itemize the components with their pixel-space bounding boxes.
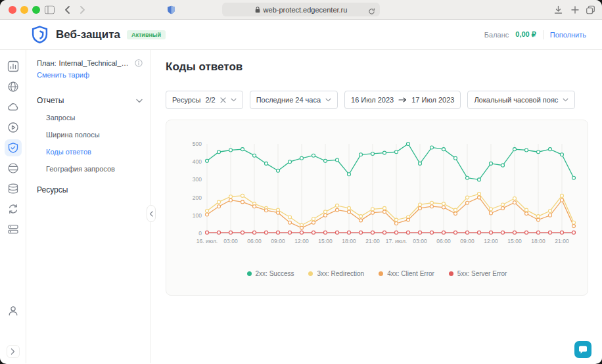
storage-icon[interactable]	[5, 180, 22, 197]
legend-dot-4xx	[379, 271, 383, 276]
sidebar-section-resources[interactable]: Ресурсы	[37, 185, 143, 194]
svg-text:500: 500	[193, 141, 202, 147]
legend-label-4xx: 4xx: Client Error	[387, 270, 434, 277]
info-icon[interactable]	[135, 59, 143, 67]
close-window-button[interactable]	[9, 6, 16, 14]
legend-label-3xx: 3xx: Redirection	[317, 270, 364, 277]
balance-value: 0,00 ₽	[515, 30, 536, 39]
profile-icon[interactable]	[5, 302, 22, 319]
forward-icon[interactable]	[80, 6, 85, 14]
browser-chrome: web-protect.edgecenter.ru	[0, 0, 602, 20]
minimize-window-button[interactable]	[20, 6, 28, 14]
svg-text:18:00: 18:00	[342, 238, 356, 244]
lock-icon	[255, 7, 260, 13]
downloads-icon[interactable]	[554, 5, 563, 14]
legend-item-3xx: 3xx: Redirection	[308, 270, 364, 277]
address-bar[interactable]: web-protect.edgecenter.ru	[222, 3, 380, 16]
svg-text:15:00: 15:00	[507, 238, 522, 244]
hosting-icon[interactable]	[5, 221, 22, 238]
svg-text:06:00: 06:00	[247, 238, 262, 244]
response-codes-chart-card: 16. июл.03:0006:0009:0012:0015:0018:0021…	[166, 120, 588, 296]
balance-label: Баланс	[484, 31, 509, 39]
svg-text:200: 200	[193, 194, 202, 201]
sidebar-item-bandwidth[interactable]: Ширина полосы	[37, 126, 143, 143]
app-logo	[32, 26, 48, 43]
date-to: 17 Июл 2023	[411, 96, 454, 104]
clear-icon[interactable]	[220, 97, 226, 103]
resources-filter[interactable]: Ресурсы 2/2	[166, 91, 243, 109]
chart-legend: 2xx: Success 3xx: Redirection 4xx: Clien…	[177, 270, 577, 277]
sidebar-section-reports[interactable]: Отчеты	[37, 96, 143, 105]
analytics-icon[interactable]	[5, 58, 22, 75]
sidebar-item-request-geography[interactable]: География запросов	[37, 160, 143, 177]
browser-window: web-protect.edgecenter.ru Веб-защита Акт…	[0, 0, 602, 364]
svg-text:100: 100	[193, 212, 202, 219]
period-filter[interactable]: Последние 24 часа	[250, 91, 338, 109]
status-badge: Активный	[127, 30, 166, 39]
svg-text:12:00: 12:00	[294, 238, 309, 244]
svg-text:03:00: 03:00	[413, 238, 427, 244]
extension-shield-icon[interactable]	[167, 5, 175, 14]
svg-text:0: 0	[198, 230, 202, 237]
expand-rail-chevron-icon[interactable]	[7, 345, 20, 358]
plan-row: План: Internal_Technical_Acco...	[37, 59, 143, 67]
app-header: Веб-защита Активный Баланс 0,00 ₽ Пополн…	[0, 20, 602, 50]
period-filter-value: Последние 24 часа	[256, 96, 321, 104]
chevron-down-icon	[563, 98, 568, 102]
timezone-filter[interactable]: Локальный часовой пояс	[467, 91, 575, 109]
rail-bottom	[5, 302, 22, 358]
page-title: Коды ответов	[166, 60, 589, 74]
streaming-icon[interactable]	[5, 119, 22, 136]
svg-text:12:00: 12:00	[484, 238, 498, 244]
sidebar: План: Internal_Technical_Acco... Сменить…	[26, 50, 151, 363]
timezone-filter-value: Локальный часовой пояс	[474, 96, 558, 104]
sidebar-item-response-codes[interactable]: Коды ответов	[37, 143, 143, 160]
sync-arrows-icon[interactable]	[5, 200, 22, 217]
chevron-down-icon	[136, 99, 143, 103]
svg-text:09:00: 09:00	[271, 238, 285, 244]
tab-overview-icon[interactable]	[586, 5, 595, 14]
topup-link[interactable]: Пополнить	[550, 31, 586, 39]
resources-filter-count: 2/2	[205, 96, 215, 104]
dns-icon[interactable]	[5, 160, 22, 177]
zoom-window-button[interactable]	[32, 6, 40, 14]
app-title: Веб-защита	[56, 28, 120, 41]
svg-text:06:00: 06:00	[436, 238, 451, 244]
new-tab-icon[interactable]	[571, 6, 579, 14]
header-right: Баланс 0,00 ₽ Пополнить	[484, 30, 586, 39]
cdn-globe-icon[interactable]	[5, 78, 22, 95]
svg-text:16. июл.: 16. июл.	[197, 238, 218, 244]
legend-label-2xx: 2xx: Success	[256, 270, 294, 277]
svg-text:21:00: 21:00	[555, 238, 569, 244]
chat-button[interactable]	[574, 341, 591, 358]
change-tariff-link[interactable]: Сменить тариф	[37, 71, 143, 79]
web-protection-shield-icon[interactable]	[5, 139, 22, 156]
filters-row: Ресурсы 2/2 Последние 24 часа	[166, 91, 589, 109]
svg-text:300: 300	[193, 176, 202, 183]
arrow-right-icon	[398, 97, 407, 102]
reports-items: Запросы Ширина полосы Коды ответов Геогр…	[37, 109, 143, 177]
svg-text:18:00: 18:00	[531, 238, 545, 244]
svg-text:09:00: 09:00	[460, 238, 475, 244]
date-from: 16 Июл 2023	[351, 96, 394, 104]
chevron-down-icon	[231, 98, 237, 102]
chevron-down-icon	[325, 98, 331, 102]
cloud-icon[interactable]	[5, 99, 22, 116]
legend-item-5xx: 5xx: Server Error	[449, 270, 507, 277]
sidebar-item-requests[interactable]: Запросы	[37, 109, 143, 126]
sidebar-toggle-icon[interactable]	[45, 5, 55, 14]
header-divider	[543, 30, 544, 39]
legend-dot-2xx	[247, 271, 252, 276]
legend-item-4xx: 4xx: Client Error	[379, 270, 434, 277]
response-codes-chart: 16. июл.03:0006:0009:0012:0015:0018:0021…	[177, 131, 578, 262]
svg-text:400: 400	[193, 158, 202, 165]
plan-label: План:	[37, 59, 57, 67]
svg-text:21:00: 21:00	[365, 238, 380, 244]
legend-dot-5xx	[449, 271, 453, 276]
sidebar-collapse-handle[interactable]	[147, 205, 156, 222]
reload-icon[interactable]	[368, 6, 375, 18]
svg-text:17. июл.: 17. июл.	[386, 238, 407, 244]
back-icon[interactable]	[64, 6, 70, 14]
date-range-filter[interactable]: 16 Июл 2023 17 Июл 2023	[344, 91, 461, 109]
svg-text:15:00: 15:00	[318, 238, 333, 244]
